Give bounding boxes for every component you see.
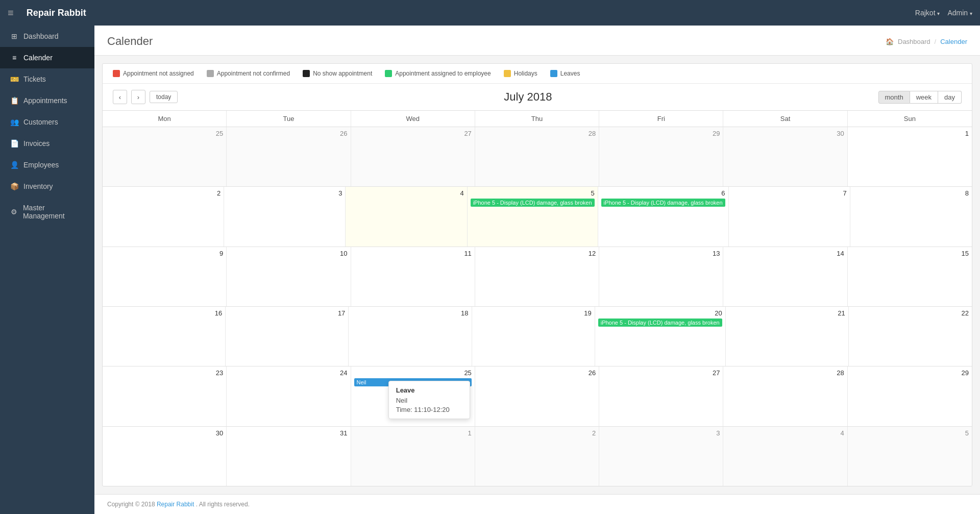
menu-toggle-icon[interactable]: ≡ — [8, 7, 14, 19]
location-selector[interactable]: Rajkot ▾ — [915, 9, 940, 17]
table-row[interactable]: 27 — [351, 127, 475, 186]
sidebar-label-dashboard: Dashboard — [23, 32, 59, 40]
table-row[interactable]: 18 — [349, 307, 472, 366]
table-row[interactable]: 19 — [472, 307, 595, 366]
view-day-button[interactable]: day — [938, 91, 962, 104]
footer-suffix: . All rights reserved. — [196, 501, 250, 508]
sidebar-item-invoices[interactable]: 📄 Invoices — [0, 133, 94, 154]
table-row[interactable]: 3 — [224, 187, 346, 246]
invoices-icon: 📄 — [10, 139, 18, 148]
table-row[interactable]: 14 — [723, 247, 847, 306]
table-row[interactable]: 28 — [723, 366, 847, 426]
list-item[interactable]: iPhone 5 - Display (LCD) damage, glass b… — [471, 199, 595, 207]
table-row[interactable]: 9 — [103, 247, 227, 306]
list-item[interactable]: iPhone 5 - Display (LCD) damage, glass b… — [601, 199, 725, 207]
navbar-right: Rajkot ▾ Admin ▾ — [915, 9, 972, 17]
table-row[interactable]: 22 — [849, 307, 972, 366]
table-row[interactable]: 2 — [475, 427, 599, 486]
sidebar-label-tickets: Tickets — [23, 75, 46, 83]
header-tue: Tue — [227, 111, 351, 127]
table-row[interactable]: 5 iPhone 5 - Display (LCD) damage, glass… — [468, 187, 598, 246]
cal-week-1: 25 26 27 28 29 30 1 — [103, 127, 972, 187]
main-content: Calender 🏠 Dashboard / Calender Appointm… — [94, 26, 980, 514]
table-row[interactable]: 15 — [848, 247, 972, 306]
inventory-icon: 📦 — [10, 182, 18, 190]
legend-label-assigned: Appointment assigned to employee — [395, 70, 491, 77]
table-row[interactable]: 5 — [848, 427, 972, 486]
user-menu[interactable]: Admin ▾ — [947, 9, 972, 17]
table-row[interactable]: 4 — [346, 187, 467, 246]
sidebar: ⊞ Dashboard ≡ Calender 🎫 Tickets 📋 Appoi… — [0, 26, 94, 514]
breadcrumb-current: Calender — [940, 38, 967, 45]
table-row[interactable]: 21 — [726, 307, 849, 366]
table-row[interactable]: 25 Neil Leave Neil Time: 11:10-12:20 — [351, 366, 475, 426]
sidebar-item-appointments[interactable]: 📋 Appointments — [0, 90, 94, 111]
prev-button[interactable]: ‹ — [113, 90, 127, 104]
table-row[interactable]: 8 — [850, 187, 972, 246]
table-row[interactable]: 4 — [723, 427, 847, 486]
table-row[interactable]: 29 — [599, 127, 723, 186]
table-row[interactable]: 28 — [475, 127, 599, 186]
table-row[interactable]: 30 — [103, 427, 227, 486]
table-row[interactable]: 12 — [475, 247, 599, 306]
sidebar-item-employees[interactable]: 👤 Employees — [0, 154, 94, 176]
page-title: Calender — [107, 35, 153, 48]
month-title: July 2018 — [504, 90, 552, 104]
table-row[interactable]: 20 iPhone 5 - Display (LCD) damage, glas… — [595, 307, 726, 366]
table-row[interactable]: 27 — [599, 366, 723, 426]
header-wed: Wed — [351, 111, 475, 127]
table-row[interactable]: 25 — [103, 127, 227, 186]
dashboard-icon: ⊞ — [10, 32, 18, 40]
table-row[interactable]: 23 — [103, 366, 227, 426]
table-row[interactable]: 1 — [351, 427, 475, 486]
table-row[interactable]: 29 — [848, 366, 972, 426]
tooltip-title: Leave — [396, 386, 462, 394]
calendar-nav: ‹ › today — [113, 90, 178, 104]
legend-holidays: Holidays — [504, 70, 537, 77]
sidebar-item-dashboard[interactable]: ⊞ Dashboard — [0, 26, 94, 47]
view-month-button[interactable]: month — [878, 91, 910, 104]
calendar-body: 25 26 27 28 29 30 1 2 3 4 5 — [103, 127, 972, 486]
header-sun: Sun — [848, 111, 972, 127]
sidebar-item-master[interactable]: ⚙ Master Management — [0, 197, 94, 227]
legend-leaves: Leaves — [550, 70, 580, 77]
sidebar-item-customers[interactable]: 👥 Customers — [0, 111, 94, 133]
sidebar-item-inventory[interactable]: 📦 Inventory — [0, 176, 94, 197]
next-button[interactable]: › — [131, 90, 145, 104]
sidebar-item-calender[interactable]: ≡ Calender — [0, 47, 94, 68]
table-row[interactable]: 17 — [226, 307, 349, 366]
table-row[interactable]: 30 — [723, 127, 847, 186]
master-icon: ⚙ — [10, 208, 18, 216]
table-row[interactable]: 16 — [103, 307, 226, 366]
footer-brand-link[interactable]: Repair Rabbit — [157, 501, 194, 508]
legend-dot-assigned — [385, 70, 392, 77]
table-row[interactable]: 7 — [729, 187, 850, 246]
view-toggle: month week day — [878, 91, 962, 104]
calendar-container: Appointment not assigned Appointment not… — [102, 63, 972, 486]
table-row[interactable]: 24 — [227, 366, 351, 426]
sidebar-label-master: Master Management — [23, 204, 84, 220]
table-row[interactable]: 2 — [103, 187, 224, 246]
table-row[interactable]: 6 iPhone 5 - Display (LCD) damage, glass… — [598, 187, 729, 246]
appointments-icon: 📋 — [10, 96, 18, 105]
today-button[interactable]: today — [150, 91, 178, 103]
app-body: ⊞ Dashboard ≡ Calender 🎫 Tickets 📋 Appoi… — [0, 26, 980, 514]
tooltip-time: Time: 11:10-12:20 — [396, 406, 462, 413]
breadcrumb-home[interactable]: Dashboard — [898, 38, 930, 45]
table-row[interactable]: 10 — [227, 247, 351, 306]
table-row[interactable]: 11 — [351, 247, 475, 306]
view-week-button[interactable]: week — [910, 91, 938, 104]
cal-week-3: 9 10 11 12 13 14 15 — [103, 247, 972, 307]
legend-label-no-show: No show appointment — [313, 70, 372, 77]
sidebar-item-tickets[interactable]: 🎫 Tickets — [0, 68, 94, 90]
table-row[interactable]: 26 — [227, 127, 351, 186]
legend-label-leaves: Leaves — [560, 70, 580, 77]
list-item[interactable]: iPhone 5 - Display (LCD) damage, glass b… — [598, 319, 722, 327]
employees-icon: 👤 — [10, 161, 18, 169]
table-row[interactable]: 1 — [848, 127, 972, 186]
table-row[interactable]: 13 — [599, 247, 723, 306]
table-row[interactable]: 26 — [475, 366, 599, 426]
table-row[interactable]: 31 — [227, 427, 351, 486]
table-row[interactable]: 3 — [599, 427, 723, 486]
navbar: ≡ Repair Rabbit Rajkot ▾ Admin ▾ — [0, 0, 980, 26]
